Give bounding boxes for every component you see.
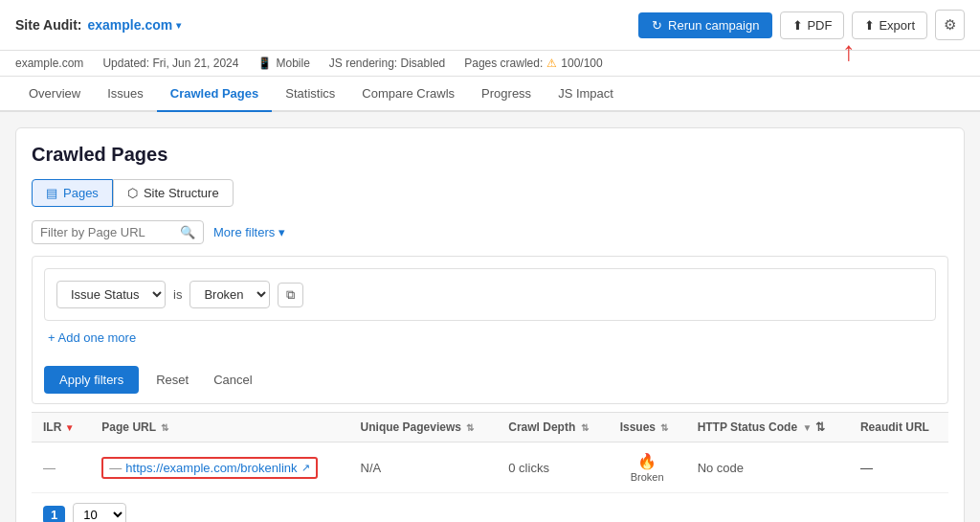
nav-progress[interactable]: Progress — [468, 77, 545, 112]
url-cell-highlight: — https://example.com/brokenlink ↗ — [101, 457, 317, 479]
js-info: JS rendering: Disabled — [329, 57, 445, 70]
http-status-chevron-icon: ⇅ — [815, 420, 825, 434]
pages-crawled-info: Pages crawled: ⚠ 100/100 — [464, 57, 602, 70]
cell-crawl-depth: 0 clicks — [497, 443, 608, 493]
broken-badge: 🔥 Broken — [620, 452, 675, 483]
nav-issues[interactable]: Issues — [94, 77, 157, 112]
col-unique-pageviews: Unique Pageviews ⇅ — [349, 413, 498, 443]
tab-group: ▤ Pages ⬡ Site Structure — [32, 179, 948, 207]
updated-info: Updated: Fri, Jun 21, 2024 — [102, 57, 238, 70]
domain-chevron-icon: ▾ — [176, 20, 181, 31]
table-header-row: ILR ▼ Page URL ⇅ Unique Pageviews ⇅ Craw… — [32, 413, 948, 443]
filter-is-label: is — [173, 287, 182, 302]
header-actions: ↻ Rerun campaign ⬆ PDF ⬆ Export ⚙ — [638, 10, 965, 40]
pagination: 1 10 25 50 100 — [32, 493, 948, 522]
cell-reaudit: — — [849, 443, 948, 493]
crawled-pages-table: ILR ▼ Page URL ⇅ Unique Pageviews ⇅ Craw… — [32, 412, 948, 493]
external-link-icon: ↗ — [301, 462, 310, 474]
filter-actions: Apply filters Reset Cancel — [33, 356, 947, 403]
pdf-button[interactable]: ⬆ PDF — [780, 11, 844, 39]
pages-tab-icon: ▤ — [46, 186, 57, 200]
table-row: — — https://example.com/brokenlink ↗ N/A — [32, 443, 948, 493]
rerun-icon: ↻ — [652, 18, 662, 33]
mobile-icon: 📱 — [257, 57, 272, 70]
site-audit-text: Site Audit: — [15, 17, 81, 33]
col-page-url: Page URL ⇅ — [90, 413, 348, 443]
tab-pages[interactable]: ▤ Pages — [32, 179, 113, 207]
warning-icon: ⚠ — [546, 57, 557, 70]
col-http-status: HTTP Status Code ▼ ⇅ — [686, 413, 849, 443]
top-header: Site Audit: example.com ▾ ↻ Rerun campai… — [0, 0, 980, 51]
sub-header: example.com Updated: Fri, Jun 21, 2024 📱… — [0, 51, 980, 77]
filter-row: Issue Status is Broken ⧉ — [44, 268, 936, 321]
page-url-link[interactable]: https://example.com/brokenlink — [125, 461, 297, 475]
cell-unique-pageviews: N/A — [349, 443, 498, 493]
unique-pageviews-sort-icon: ⇅ — [466, 422, 474, 433]
filter-section: Issue Status is Broken ⧉ + Add one more … — [32, 256, 948, 404]
cancel-button[interactable]: Cancel — [206, 366, 259, 394]
cell-issues: 🔥 Broken — [609, 443, 686, 493]
copy-filter-button[interactable]: ⧉ — [278, 283, 303, 307]
nav-js-impact[interactable]: JS Impact — [545, 77, 627, 112]
col-ilr: ILR ▼ — [32, 413, 90, 443]
issues-sort-icon: ⇅ — [660, 422, 668, 433]
more-filters-button[interactable]: More filters ▾ — [213, 225, 285, 239]
site-audit-label: Site Audit: example.com ▾ — [15, 17, 181, 33]
add-filter-button[interactable]: + Add one more — [48, 330, 136, 345]
search-input-wrap: 🔍 — [32, 220, 204, 244]
cell-url: — https://example.com/brokenlink ↗ — [90, 443, 348, 493]
nav-crawled-pages[interactable]: Crawled Pages — [157, 77, 273, 112]
fire-icon: 🔥 — [637, 452, 657, 470]
site-domain[interactable]: example.com ▾ — [87, 17, 181, 33]
export-icon: ⬆ — [864, 18, 875, 33]
content-card: Crawled Pages ▤ Pages ⬡ Site Structure 🔍… — [15, 127, 965, 522]
per-page-select[interactable]: 10 25 50 100 — [73, 503, 126, 522]
filter-inner: Issue Status is Broken ⧉ + Add one more — [33, 257, 947, 356]
page-title: Crawled Pages — [32, 144, 948, 166]
more-filters-chevron-icon: ▾ — [278, 225, 285, 239]
broken-select[interactable]: Broken — [189, 281, 270, 308]
export-button[interactable]: ⬆ Export — [852, 11, 927, 39]
rerun-campaign-button[interactable]: ↻ Rerun campaign — [638, 12, 772, 38]
search-input[interactable] — [40, 225, 174, 239]
filter-bar: 🔍 More filters ▾ — [32, 220, 948, 244]
col-reaudit-url: Reaudit URL — [849, 413, 948, 443]
col-issues: Issues ⇅ — [609, 413, 686, 443]
table-wrap: ILR ▼ Page URL ⇅ Unique Pageviews ⇅ Craw… — [32, 412, 948, 493]
cell-http-status: No code — [686, 443, 849, 493]
http-status-sort-icon: ▼ — [802, 422, 812, 433]
settings-button[interactable]: ⚙ — [935, 10, 965, 40]
reset-button[interactable]: Reset — [148, 366, 196, 394]
ilr-sort-icon: ▼ — [65, 422, 75, 433]
issue-status-select[interactable]: Issue Status — [56, 281, 166, 308]
cell-ilr: — — [32, 443, 90, 493]
nav-bar: Overview Issues Crawled Pages Statistics… — [0, 77, 980, 112]
apply-filters-button[interactable]: Apply filters — [44, 366, 139, 394]
col-crawl-depth: Crawl Depth ⇅ — [497, 413, 608, 443]
site-structure-icon: ⬡ — [127, 186, 138, 200]
pdf-icon: ⬆ — [792, 18, 803, 33]
nav-statistics[interactable]: Statistics — [272, 77, 348, 112]
crawl-depth-sort-icon: ⇅ — [581, 422, 589, 433]
tab-site-structure[interactable]: ⬡ Site Structure — [113, 179, 234, 207]
nav-compare-crawls[interactable]: Compare Crawls — [348, 77, 468, 112]
domain-info: example.com — [15, 57, 83, 70]
current-page: 1 — [43, 506, 65, 522]
nav-overview[interactable]: Overview — [15, 77, 94, 112]
copy-icon: ⧉ — [286, 287, 295, 302]
device-info: 📱 Mobile — [257, 57, 309, 70]
main-content: Crawled Pages ▤ Pages ⬡ Site Structure 🔍… — [0, 112, 980, 522]
gear-icon: ⚙ — [944, 16, 956, 33]
page-url-sort-icon: ⇅ — [161, 422, 168, 433]
search-icon: 🔍 — [180, 225, 195, 239]
